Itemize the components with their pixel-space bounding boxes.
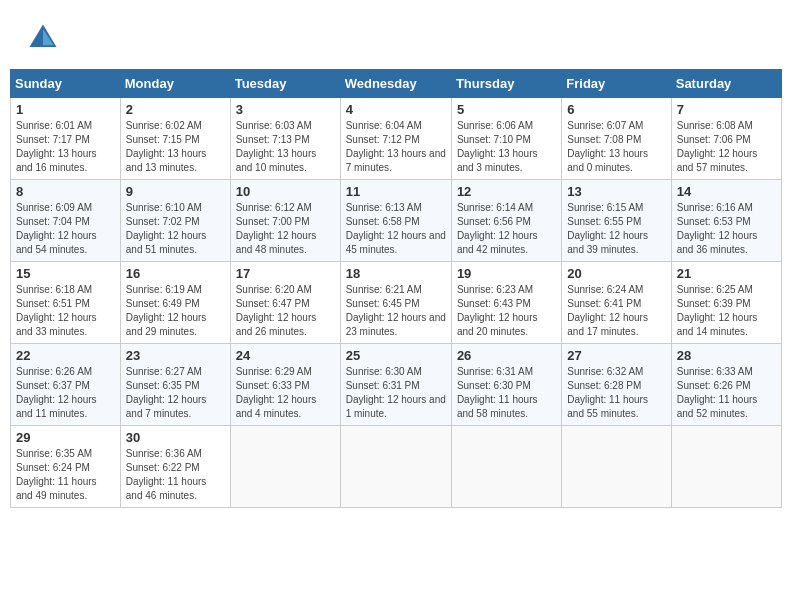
day-number: 14 [677,184,776,199]
calendar-day-header: Friday [562,70,671,98]
calendar-day-header: Monday [120,70,230,98]
day-number: 17 [236,266,335,281]
calendar-cell: 18Sunrise: 6:21 AMSunset: 6:45 PMDayligh… [340,262,451,344]
day-info: Sunrise: 6:03 AMSunset: 7:13 PMDaylight:… [236,119,335,175]
calendar-cell: 13Sunrise: 6:15 AMSunset: 6:55 PMDayligh… [562,180,671,262]
day-info: Sunrise: 6:19 AMSunset: 6:49 PMDaylight:… [126,283,225,339]
calendar-day-header: Sunday [11,70,121,98]
day-info: Sunrise: 6:06 AMSunset: 7:10 PMDaylight:… [457,119,556,175]
day-number: 3 [236,102,335,117]
day-number: 5 [457,102,556,117]
day-number: 19 [457,266,556,281]
calendar-cell: 11Sunrise: 6:13 AMSunset: 6:58 PMDayligh… [340,180,451,262]
day-info: Sunrise: 6:08 AMSunset: 7:06 PMDaylight:… [677,119,776,175]
calendar-cell: 29Sunrise: 6:35 AMSunset: 6:24 PMDayligh… [11,426,121,508]
day-info: Sunrise: 6:33 AMSunset: 6:26 PMDaylight:… [677,365,776,421]
day-number: 13 [567,184,665,199]
calendar-cell: 14Sunrise: 6:16 AMSunset: 6:53 PMDayligh… [671,180,781,262]
day-number: 18 [346,266,446,281]
day-info: Sunrise: 6:24 AMSunset: 6:41 PMDaylight:… [567,283,665,339]
day-number: 9 [126,184,225,199]
calendar-cell: 2Sunrise: 6:02 AMSunset: 7:15 PMDaylight… [120,98,230,180]
calendar-cell [340,426,451,508]
day-info: Sunrise: 6:07 AMSunset: 7:08 PMDaylight:… [567,119,665,175]
day-info: Sunrise: 6:18 AMSunset: 6:51 PMDaylight:… [16,283,115,339]
calendar-cell: 27Sunrise: 6:32 AMSunset: 6:28 PMDayligh… [562,344,671,426]
day-info: Sunrise: 6:16 AMSunset: 6:53 PMDaylight:… [677,201,776,257]
calendar-cell: 10Sunrise: 6:12 AMSunset: 7:00 PMDayligh… [230,180,340,262]
day-info: Sunrise: 6:27 AMSunset: 6:35 PMDaylight:… [126,365,225,421]
calendar-cell: 23Sunrise: 6:27 AMSunset: 6:35 PMDayligh… [120,344,230,426]
calendar-cell: 30Sunrise: 6:36 AMSunset: 6:22 PMDayligh… [120,426,230,508]
day-number: 11 [346,184,446,199]
day-info: Sunrise: 6:31 AMSunset: 6:30 PMDaylight:… [457,365,556,421]
calendar-cell: 1Sunrise: 6:01 AMSunset: 7:17 PMDaylight… [11,98,121,180]
calendar-cell: 3Sunrise: 6:03 AMSunset: 7:13 PMDaylight… [230,98,340,180]
calendar-cell: 17Sunrise: 6:20 AMSunset: 6:47 PMDayligh… [230,262,340,344]
day-info: Sunrise: 6:29 AMSunset: 6:33 PMDaylight:… [236,365,335,421]
calendar-cell: 24Sunrise: 6:29 AMSunset: 6:33 PMDayligh… [230,344,340,426]
calendar-cell: 16Sunrise: 6:19 AMSunset: 6:49 PMDayligh… [120,262,230,344]
calendar-cell [671,426,781,508]
day-number: 15 [16,266,115,281]
day-number: 4 [346,102,446,117]
day-info: Sunrise: 6:25 AMSunset: 6:39 PMDaylight:… [677,283,776,339]
calendar-cell: 19Sunrise: 6:23 AMSunset: 6:43 PMDayligh… [451,262,561,344]
calendar-day-header: Saturday [671,70,781,98]
day-info: Sunrise: 6:26 AMSunset: 6:37 PMDaylight:… [16,365,115,421]
calendar-cell: 15Sunrise: 6:18 AMSunset: 6:51 PMDayligh… [11,262,121,344]
day-info: Sunrise: 6:15 AMSunset: 6:55 PMDaylight:… [567,201,665,257]
calendar-cell [562,426,671,508]
calendar-cell: 25Sunrise: 6:30 AMSunset: 6:31 PMDayligh… [340,344,451,426]
calendar-cell: 8Sunrise: 6:09 AMSunset: 7:04 PMDaylight… [11,180,121,262]
day-info: Sunrise: 6:12 AMSunset: 7:00 PMDaylight:… [236,201,335,257]
day-info: Sunrise: 6:02 AMSunset: 7:15 PMDaylight:… [126,119,225,175]
day-info: Sunrise: 6:01 AMSunset: 7:17 PMDaylight:… [16,119,115,175]
day-number: 6 [567,102,665,117]
day-number: 7 [677,102,776,117]
calendar-cell: 7Sunrise: 6:08 AMSunset: 7:06 PMDaylight… [671,98,781,180]
day-number: 1 [16,102,115,117]
calendar-cell: 22Sunrise: 6:26 AMSunset: 6:37 PMDayligh… [11,344,121,426]
calendar-cell: 20Sunrise: 6:24 AMSunset: 6:41 PMDayligh… [562,262,671,344]
calendar-cell: 21Sunrise: 6:25 AMSunset: 6:39 PMDayligh… [671,262,781,344]
logo-icon [25,20,61,56]
day-number: 12 [457,184,556,199]
calendar-day-header: Thursday [451,70,561,98]
day-number: 2 [126,102,225,117]
calendar-week-row: 1Sunrise: 6:01 AMSunset: 7:17 PMDaylight… [11,98,782,180]
calendar-table: SundayMondayTuesdayWednesdayThursdayFrid… [10,69,782,508]
calendar-cell [451,426,561,508]
day-number: 27 [567,348,665,363]
day-number: 21 [677,266,776,281]
calendar-cell: 26Sunrise: 6:31 AMSunset: 6:30 PMDayligh… [451,344,561,426]
calendar-day-header: Wednesday [340,70,451,98]
calendar-week-row: 8Sunrise: 6:09 AMSunset: 7:04 PMDaylight… [11,180,782,262]
day-number: 20 [567,266,665,281]
calendar-day-header: Tuesday [230,70,340,98]
calendar-cell: 4Sunrise: 6:04 AMSunset: 7:12 PMDaylight… [340,98,451,180]
day-info: Sunrise: 6:10 AMSunset: 7:02 PMDaylight:… [126,201,225,257]
day-info: Sunrise: 6:13 AMSunset: 6:58 PMDaylight:… [346,201,446,257]
day-number: 25 [346,348,446,363]
day-number: 16 [126,266,225,281]
day-info: Sunrise: 6:32 AMSunset: 6:28 PMDaylight:… [567,365,665,421]
day-number: 23 [126,348,225,363]
calendar-cell: 28Sunrise: 6:33 AMSunset: 6:26 PMDayligh… [671,344,781,426]
day-info: Sunrise: 6:35 AMSunset: 6:24 PMDaylight:… [16,447,115,503]
day-number: 10 [236,184,335,199]
day-number: 24 [236,348,335,363]
day-info: Sunrise: 6:20 AMSunset: 6:47 PMDaylight:… [236,283,335,339]
calendar-cell [230,426,340,508]
calendar-week-row: 15Sunrise: 6:18 AMSunset: 6:51 PMDayligh… [11,262,782,344]
day-number: 28 [677,348,776,363]
calendar-week-row: 22Sunrise: 6:26 AMSunset: 6:37 PMDayligh… [11,344,782,426]
calendar-header-row: SundayMondayTuesdayWednesdayThursdayFrid… [11,70,782,98]
day-info: Sunrise: 6:30 AMSunset: 6:31 PMDaylight:… [346,365,446,421]
day-info: Sunrise: 6:23 AMSunset: 6:43 PMDaylight:… [457,283,556,339]
calendar-week-row: 29Sunrise: 6:35 AMSunset: 6:24 PMDayligh… [11,426,782,508]
day-info: Sunrise: 6:21 AMSunset: 6:45 PMDaylight:… [346,283,446,339]
calendar-cell: 6Sunrise: 6:07 AMSunset: 7:08 PMDaylight… [562,98,671,180]
day-number: 30 [126,430,225,445]
day-number: 26 [457,348,556,363]
